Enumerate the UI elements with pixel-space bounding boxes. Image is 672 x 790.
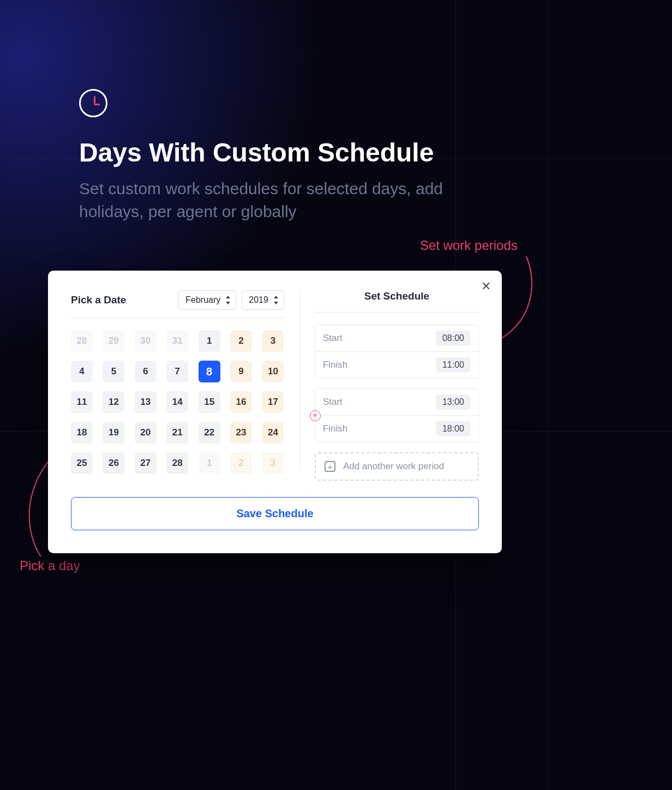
- calendar-day[interactable]: 30: [135, 330, 157, 352]
- calendar-day[interactable]: 7: [166, 361, 188, 382]
- page-title: Days With Custom Schedule: [79, 137, 434, 167]
- calendar-day[interactable]: 2: [230, 452, 252, 474]
- pick-date-title: Pick a Date: [71, 294, 126, 306]
- calendar-day[interactable]: 28: [71, 330, 93, 352]
- calendar-day[interactable]: 1: [199, 452, 220, 474]
- calendar-day[interactable]: 26: [103, 452, 124, 474]
- add-period-button[interactable]: + Add another work period: [315, 452, 479, 481]
- calendar-day[interactable]: 2: [230, 330, 252, 352]
- calendar-day[interactable]: 22: [199, 422, 220, 444]
- add-period-label: Add another work period: [343, 461, 444, 472]
- period-start-label: Start: [323, 333, 343, 344]
- calendar-day[interactable]: 3: [262, 330, 284, 352]
- month-select[interactable]: February: [178, 290, 236, 310]
- calendar-day[interactable]: 6: [135, 361, 157, 382]
- period-finish-label: Finish: [323, 423, 347, 434]
- remove-period-icon[interactable]: ✕: [310, 410, 321, 421]
- date-picker-panel: Pick a Date February 2019 28293031123456…: [71, 290, 299, 481]
- calendar-day[interactable]: 4: [71, 361, 93, 382]
- period-finish-label: Finish: [323, 360, 347, 370]
- close-icon[interactable]: ✕: [481, 279, 491, 294]
- work-period: Start13:00Finish18:00✕: [315, 388, 479, 442]
- period-finish-time[interactable]: 18:00: [436, 421, 471, 436]
- calendar-day[interactable]: 5: [103, 361, 124, 382]
- calendar-day[interactable]: 14: [166, 391, 188, 413]
- page-subtitle: Set custom work schedules for selected d…: [79, 177, 505, 223]
- calendar-day[interactable]: 10: [262, 361, 284, 382]
- schedule-panel: Set Schedule Start08:00Finish11:00Start1…: [299, 290, 479, 481]
- period-start-label: Start: [323, 397, 343, 408]
- annotation-set-work-periods: Set work periods: [420, 238, 518, 253]
- set-schedule-title: Set Schedule: [315, 290, 479, 313]
- bg-grid-line: [548, 0, 549, 790]
- period-start-time[interactable]: 13:00: [436, 394, 471, 410]
- calendar-day[interactable]: 12: [103, 391, 124, 413]
- calendar-grid: 2829303112345678910111213141516171819202…: [71, 330, 284, 474]
- year-select[interactable]: 2019: [242, 290, 284, 310]
- calendar-day[interactable]: 27: [135, 452, 157, 474]
- calendar-day[interactable]: 19: [103, 422, 124, 444]
- schedule-dialog: ✕ Pick a Date February 2019 282930311234…: [48, 271, 502, 553]
- save-schedule-button[interactable]: Save Schedule: [71, 497, 479, 530]
- calendar-day[interactable]: 13: [135, 391, 157, 413]
- calendar-day[interactable]: 8: [199, 361, 220, 382]
- panel-divider: [299, 290, 300, 470]
- calendar-day[interactable]: 29: [103, 330, 124, 352]
- calendar-day[interactable]: 9: [230, 361, 252, 382]
- calendar-day[interactable]: 3: [262, 452, 284, 474]
- calendar-day[interactable]: 31: [166, 330, 188, 352]
- calendar-day[interactable]: 23: [230, 422, 252, 444]
- plus-icon: +: [325, 461, 335, 472]
- period-finish-time[interactable]: 11:00: [436, 357, 471, 373]
- period-start-time[interactable]: 08:00: [436, 331, 471, 346]
- clock-icon: [79, 89, 107, 117]
- calendar-day[interactable]: 21: [166, 422, 188, 444]
- annotation-pick-a-day: Pick a day: [20, 558, 80, 573]
- calendar-day[interactable]: 20: [135, 422, 157, 444]
- calendar-day[interactable]: 24: [262, 422, 284, 444]
- calendar-day[interactable]: 25: [71, 452, 93, 474]
- calendar-day[interactable]: 15: [199, 391, 220, 413]
- calendar-day[interactable]: 18: [71, 422, 93, 444]
- calendar-day[interactable]: 11: [71, 391, 93, 413]
- work-period: Start08:00Finish11:00: [315, 325, 479, 379]
- calendar-day[interactable]: 17: [262, 391, 284, 413]
- calendar-day[interactable]: 16: [230, 391, 252, 413]
- calendar-day[interactable]: 28: [166, 452, 188, 474]
- calendar-day[interactable]: 1: [199, 330, 220, 352]
